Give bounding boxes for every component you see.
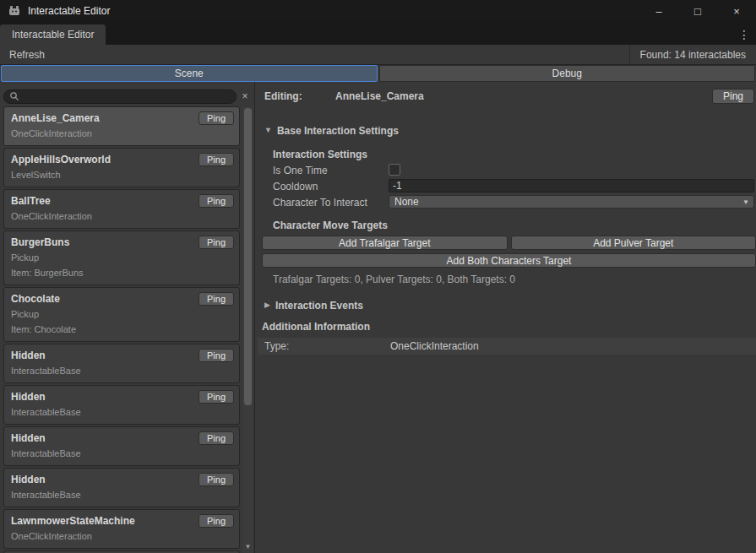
item-subtitle: InteractableBase <box>11 406 232 419</box>
interaction-events-foldout[interactable]: ▶ Interaction Events <box>264 299 363 312</box>
kebab-menu-icon[interactable]: ⋮ <box>738 28 756 45</box>
list-item[interactable]: AnneLise_Camera Ping OneClickInteraction <box>3 106 240 146</box>
search-input[interactable] <box>19 90 231 103</box>
base-foldout-label: Base Interaction Settings <box>277 125 399 137</box>
cooldown-control <box>389 179 754 192</box>
found-count-label: Found: 14 interactables <box>629 45 756 64</box>
app-icon <box>8 4 21 18</box>
list-item[interactable]: Hidden Ping InteractableBase <box>3 344 240 383</box>
item-ping-button[interactable]: Ping <box>199 431 234 445</box>
search-clear-icon[interactable]: × <box>238 90 252 102</box>
item-sublines: OneClickInteraction <box>11 210 232 223</box>
scrollbar-thumb[interactable] <box>244 108 252 405</box>
scroll-down-icon[interactable]: ▼ <box>242 543 253 551</box>
item-subtitle: Item: Chocolate <box>11 323 232 336</box>
editor-tabstrip: Interactable Editor ⋮ <box>0 22 756 45</box>
item-sublines: InteractableBase <box>11 365 232 377</box>
item-subtitle: OneClickInteraction <box>11 210 232 223</box>
interactable-editor-window: Interactable Editor – □ × Interactable E… <box>0 0 756 553</box>
chevron-down-icon: ▼ <box>742 198 749 206</box>
character-to-interact-label: Character To Interact <box>273 197 367 209</box>
character-to-interact-control: None ▼ <box>389 195 754 209</box>
add-trafalgar-target-button[interactable]: Add Trafalgar Target <box>262 236 508 250</box>
item-ping-button[interactable]: Ping <box>199 349 234 362</box>
add-both-characters-target-button[interactable]: Add Both Characters Target <box>262 253 756 268</box>
type-label: Type: <box>264 340 289 352</box>
type-row: Type: OneClickInteraction <box>258 338 756 355</box>
item-sublines: PickupItem: Chocolate <box>11 308 232 336</box>
item-subtitle: Pickup <box>11 252 232 264</box>
list-scrollbar[interactable]: ▼ <box>242 106 253 553</box>
search-field[interactable] <box>3 89 237 104</box>
list-item[interactable]: Hidden Ping InteractableBase <box>3 385 240 425</box>
target-buttons-row: Add Trafalgar Target Add Pulver Target <box>262 236 756 250</box>
list-item[interactable]: LawnmowerStateMachine Ping OneClickInter… <box>3 509 240 549</box>
window-controls: – □ × <box>639 0 756 22</box>
is-one-time-checkbox[interactable] <box>389 164 400 176</box>
editing-value: AnneLise_Camera <box>335 90 424 102</box>
item-sublines: LevelSwitch <box>11 169 232 182</box>
item-sublines: OneClickInteraction <box>11 127 232 140</box>
events-foldout-label: Interaction Events <box>275 300 363 312</box>
item-subtitle: Item: BurgerBuns <box>11 267 232 279</box>
list-item[interactable]: AppleHillsOverworld Ping LevelSwitch <box>3 148 240 187</box>
item-subtitle: InteractableBase <box>11 489 232 501</box>
is-one-time-control <box>389 163 754 176</box>
editing-label: Editing: <box>264 90 302 102</box>
item-subtitle: LevelSwitch <box>11 169 232 182</box>
search-icon <box>9 91 19 101</box>
foldout-open-icon: ▼ <box>264 127 272 134</box>
interaction-settings-header: Interaction Settings <box>273 149 367 160</box>
item-sublines: PickupItem: BurgerBuns <box>11 252 232 279</box>
item-subtitle: InteractableBase <box>11 365 232 377</box>
editing-header: Editing: AnneLise_Camera Ping <box>264 89 754 105</box>
item-ping-button[interactable]: Ping <box>199 390 234 404</box>
cooldown-label: Cooldown <box>273 181 318 192</box>
character-to-interact-dropdown[interactable]: None ▼ <box>389 195 754 209</box>
list-item[interactable]: BallTree Ping OneClickInteraction <box>3 189 240 229</box>
item-sublines: InteractableBase <box>11 447 232 460</box>
view-tabs: Scene Debug <box>0 65 756 82</box>
list-item[interactable]: Chocolate Ping PickupItem: Chocolate <box>3 287 240 342</box>
item-sublines: OneClickInteraction <box>11 530 232 543</box>
list-item[interactable]: BurgerBuns Ping PickupItem: BurgerBuns <box>3 230 240 285</box>
type-value: OneClickInteraction <box>390 340 479 352</box>
item-ping-button[interactable]: Ping <box>199 514 234 528</box>
interactable-list-panel: × AnneLise_Camera Ping OneClickInteracti… <box>0 82 255 553</box>
tab-debug[interactable]: Debug <box>379 65 756 82</box>
dropdown-selected-value: None <box>394 196 419 208</box>
content-area: × AnneLise_Camera Ping OneClickInteracti… <box>0 82 756 553</box>
is-one-time-row: Is One Time <box>273 163 754 177</box>
toolbar: Refresh Found: 14 interactables <box>0 45 756 65</box>
maximize-icon[interactable]: □ <box>678 0 717 22</box>
interactable-list: AnneLise_Camera Ping OneClickInteraction… <box>3 106 240 553</box>
inspector-ping-button[interactable]: Ping <box>712 89 754 104</box>
item-subtitle: Pickup <box>11 308 232 321</box>
item-ping-button[interactable]: Ping <box>199 111 234 125</box>
refresh-button[interactable]: Refresh <box>0 45 54 64</box>
cooldown-row: Cooldown <box>273 179 754 193</box>
list-item[interactable]: Hidden Ping InteractableBase <box>3 426 240 466</box>
item-subtitle: OneClickInteraction <box>11 530 232 543</box>
item-ping-button[interactable]: Ping <box>199 292 234 306</box>
add-pulver-target-button[interactable]: Add Pulver Target <box>511 236 756 250</box>
move-targets-header: Character Move Targets <box>273 220 388 231</box>
additional-information-header: Additional Information <box>262 321 370 333</box>
is-one-time-label: Is One Time <box>273 165 328 176</box>
item-ping-button[interactable]: Ping <box>199 153 234 166</box>
cooldown-field[interactable] <box>389 179 754 192</box>
tab-scene[interactable]: Scene <box>1 65 378 82</box>
item-ping-button[interactable]: Ping <box>199 194 234 208</box>
item-subtitle: InteractableBase <box>11 447 232 460</box>
item-subtitle: OneClickInteraction <box>11 127 232 140</box>
item-ping-button[interactable]: Ping <box>199 473 234 486</box>
list-item[interactable]: Hidden Ping InteractableBase <box>3 468 240 507</box>
character-to-interact-row: Character To Interact None ▼ <box>273 195 754 209</box>
window-titlebar: Interactable Editor – □ × <box>0 0 756 22</box>
item-ping-button[interactable]: Ping <box>199 236 234 249</box>
minimize-icon[interactable]: – <box>639 0 678 22</box>
base-interaction-settings-foldout[interactable]: ▼ Base Interaction Settings <box>264 124 399 137</box>
close-icon[interactable]: × <box>717 0 756 22</box>
item-sublines: InteractableBase <box>11 406 232 419</box>
tab-interactable-editor[interactable]: Interactable Editor <box>0 24 106 45</box>
